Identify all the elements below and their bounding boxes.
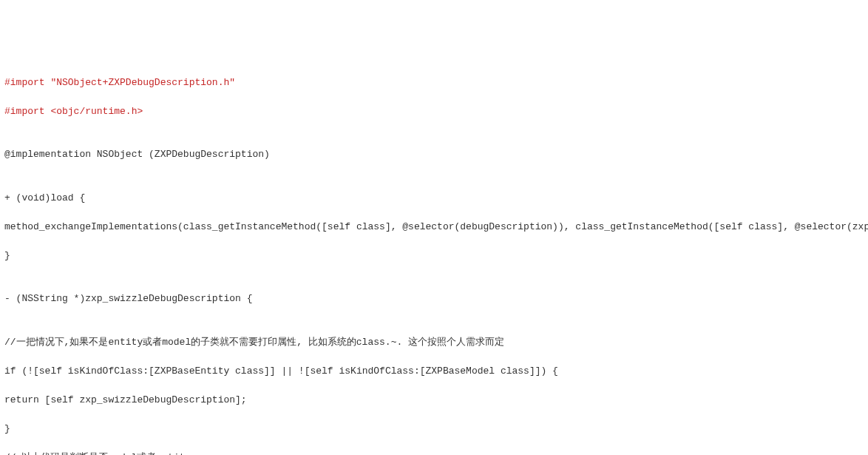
method-exchange-line: method_exchangeImplementations(class_get… (4, 220, 864, 235)
comment-line-2: // 以上代码是判断是否model或者entity (4, 451, 864, 456)
if-condition-line: if (![self isKindOfClass:[ZXPBaseEntity … (4, 364, 864, 379)
comment-line-1: //一把情况下,如果不是entity或者model的子类就不需要打印属性, 比如… (4, 335, 864, 350)
import-line-2: #import <objc/runtime.h> (4, 104, 864, 119)
implementation-line: @implementation NSObject (ZXPDebugDescri… (4, 147, 864, 162)
import-line-1: #import "NSObject+ZXPDebugDescription.h" (4, 75, 864, 90)
return-line-1: return [self zxp_swizzleDebugDescription… (4, 393, 864, 408)
close-brace-line: } (4, 422, 864, 437)
swizzle-method-line: - (NSString *)zxp_swizzleDebugDescriptio… (4, 291, 864, 306)
close-brace-line: } (4, 249, 864, 263)
load-method-line: + (void)load { (4, 191, 864, 206)
code-block: #import "NSObject+ZXPDebugDescription.h"… (4, 61, 864, 455)
